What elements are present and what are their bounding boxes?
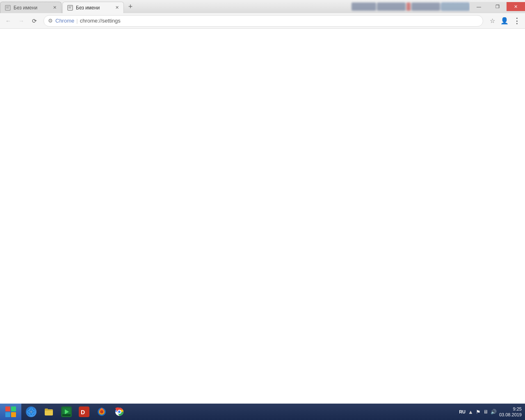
address-brand: Chrome <box>55 18 74 24</box>
tab-1-favicon <box>5 5 11 11</box>
address-separator: | <box>76 18 78 24</box>
taskbar-item-firefox[interactable] <box>94 404 110 419</box>
minimize-button[interactable]: — <box>470 2 488 11</box>
svg-point-27 <box>118 411 121 413</box>
svg-text:D: D <box>81 409 85 415</box>
ie-icon <box>26 406 37 417</box>
close-button[interactable]: ✕ <box>507 2 525 11</box>
chrome-icon <box>114 406 125 417</box>
taskbar-item-ie[interactable] <box>23 404 39 419</box>
taskbar-items: D <box>21 404 456 419</box>
tab-2-title: Без имени <box>76 5 112 11</box>
tray-network-icon: 🖥 <box>483 409 488 415</box>
taskbar-item-media[interactable] <box>58 404 75 419</box>
tab-1[interactable]: Без имени ✕ <box>0 2 62 13</box>
page-content <box>0 29 525 404</box>
svg-point-15 <box>30 411 32 413</box>
toolbar-right: ☆ 👤 ⋮ <box>486 15 523 27</box>
reload-button[interactable]: ⟳ <box>29 15 40 27</box>
taskbar-item-daemon[interactable]: D <box>76 404 92 419</box>
tab-2[interactable]: Без имени ✕ <box>62 2 124 13</box>
tray-volume-icon[interactable]: 🔊 <box>491 409 497 415</box>
svg-rect-19 <box>62 414 71 416</box>
address-url: chrome://settings <box>80 18 121 24</box>
tab-1-title: Без имени <box>14 5 50 11</box>
tab-2-close[interactable]: ✕ <box>114 5 120 11</box>
tray-up-arrow[interactable]: ▲ <box>468 409 473 415</box>
firefox-icon <box>96 406 107 417</box>
site-icon: ⚙ <box>48 18 53 24</box>
title-bar: Без имени ✕ Без имени ✕ + <box>0 0 525 13</box>
media-icon <box>61 406 72 417</box>
system-tray: RU ▲ ⚑ 🖥 🔊 9:25 03.08.2019 <box>456 404 525 420</box>
taskbar-item-explorer[interactable] <box>41 404 57 419</box>
taskbar-item-chrome[interactable] <box>111 404 128 419</box>
explorer-icon <box>43 406 54 417</box>
svg-rect-10 <box>5 412 10 417</box>
taskbar: D <box>0 404 525 420</box>
svg-point-24 <box>100 410 103 413</box>
profile-icon[interactable]: 👤 <box>499 15 510 27</box>
tab-1-close[interactable]: ✕ <box>51 5 58 11</box>
address-bar[interactable]: ⚙ Chrome | chrome://settings <box>43 15 483 27</box>
svg-rect-8 <box>5 406 10 411</box>
new-tab-button[interactable]: + <box>125 1 136 12</box>
background-tabs <box>352 0 470 13</box>
maximize-button[interactable]: ❐ <box>488 2 507 11</box>
start-button[interactable] <box>0 404 21 420</box>
svg-rect-11 <box>11 412 16 417</box>
bookmark-icon[interactable]: ☆ <box>486 15 498 27</box>
svg-rect-4 <box>68 5 73 10</box>
window-controls: — ❐ ✕ <box>470 0 525 13</box>
daemon-icon: D <box>79 406 89 417</box>
svg-rect-0 <box>5 5 10 10</box>
svg-rect-9 <box>11 406 16 411</box>
back-button[interactable]: ← <box>2 15 14 27</box>
navbar: ← → ⟳ ⚙ Chrome | chrome://settings ☆ 👤 ⋮ <box>0 13 525 29</box>
tray-language: RU <box>459 409 466 414</box>
tray-flag-icon: ⚑ <box>476 409 481 415</box>
tray-clock: 9:25 03.08.2019 <box>499 406 522 418</box>
forward-button[interactable]: → <box>16 15 27 27</box>
tab-2-favicon <box>67 5 73 11</box>
menu-icon[interactable]: ⋮ <box>511 15 523 27</box>
